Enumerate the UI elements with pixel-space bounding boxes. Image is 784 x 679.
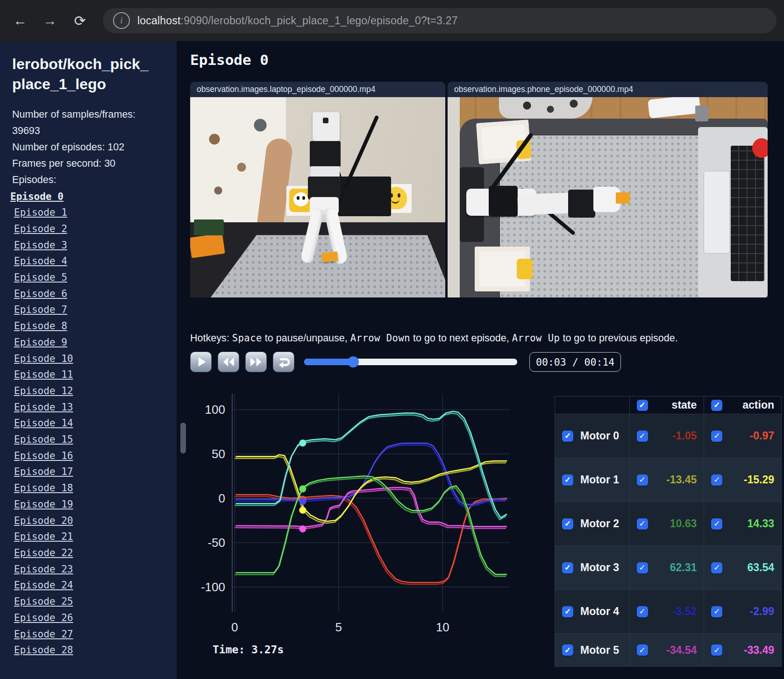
episode-link[interactable]: Episode 18 (14, 482, 73, 494)
svg-text:0: 0 (219, 491, 225, 505)
episode-link[interactable]: Episode 22 (14, 547, 73, 559)
episode-link[interactable]: Episode 24 (14, 580, 73, 591)
motor-action-checkbox[interactable]: ✓ (711, 562, 722, 573)
episode-link[interactable]: Episode 28 (14, 644, 73, 656)
episode-list-item: Episode 9 (14, 335, 177, 351)
motor-action-checkbox[interactable]: ✓ (711, 644, 722, 656)
episode-link[interactable]: Episode 17 (14, 466, 73, 477)
motor-state-checkbox[interactable]: ✓ (637, 474, 648, 486)
episode-list-item: Episode 5 (14, 270, 177, 286)
motor-checkbox[interactable]: ✓ (562, 562, 573, 573)
episode-link[interactable]: Episode 20 (14, 515, 73, 526)
rewind-button[interactable] (218, 352, 239, 372)
back-icon[interactable]: ← (10, 13, 30, 28)
motor-checkbox[interactable]: ✓ (562, 474, 573, 486)
motor-state-checkbox[interactable]: ✓ (637, 518, 648, 530)
hotkey-text: Hotkeys: (190, 332, 232, 344)
url-host: localhost (137, 14, 181, 27)
seek-slider[interactable] (304, 359, 517, 365)
fast-forward-button[interactable] (245, 352, 267, 372)
episode-list-item: Episode 14 (14, 416, 177, 432)
motor-checkbox[interactable]: ✓ (562, 518, 573, 530)
dataset-title: lerobot/koch_pick_place_1_lego (0, 41, 164, 94)
rewind-icon (221, 355, 236, 368)
episode-list-item: Episode 13 (14, 400, 177, 416)
sidebar: lerobot/koch_pick_place_1_lego Number of… (0, 41, 177, 679)
cursor-dot-motor-2 (299, 485, 306, 492)
episode-link[interactable]: Episode 6 (14, 288, 67, 299)
app-window: ← → ⟳ i localhost:9090/lerobot/koch_pick… (0, 0, 784, 679)
episode-list-item: Episode 2 (14, 221, 177, 238)
motor-row: ✓Motor 0✓-1.05✓-0.97 (555, 414, 782, 458)
episode-list-item: Episode 7 (14, 302, 177, 318)
motor-action-checkbox[interactable]: ✓ (711, 474, 722, 486)
episode-list-item: Episode 3 (14, 238, 177, 254)
charger-cable (648, 97, 701, 119)
motor-label: Motor 3 (580, 561, 619, 574)
forward-icon[interactable]: → (40, 13, 60, 28)
motor-chart[interactable]: 100500-50-1000510 (177, 371, 518, 636)
episode-link[interactable]: Episode 4 (14, 255, 67, 267)
episode-link[interactable]: Episode 26 (14, 612, 73, 623)
episode-link[interactable]: Episode 23 (14, 564, 73, 575)
motor-action-checkbox[interactable]: ✓ (711, 431, 722, 442)
motor-row: ✓Motor 1✓-13.45✓-15.29 (555, 458, 782, 502)
episode-link[interactable]: Episode 13 (14, 402, 73, 413)
motor-row: ✓Motor 4✓-3.52✓-2.99 (555, 590, 782, 634)
play-button[interactable] (190, 352, 212, 372)
episode-link[interactable]: Episode 16 (14, 450, 73, 461)
motor-action-checkbox[interactable]: ✓ (711, 606, 722, 617)
url-text: localhost:9090/lerobot/koch_pick_place_1… (137, 14, 458, 27)
address-bar[interactable]: i localhost:9090/lerobot/koch_pick_place… (103, 8, 777, 33)
header-empty (555, 396, 630, 414)
episode-link[interactable]: Episode 1 (14, 207, 67, 218)
robot-head (313, 112, 340, 141)
episode-link[interactable]: Episode 19 (14, 499, 73, 510)
episode-link[interactable]: Episode 12 (14, 385, 73, 396)
episode-link[interactable]: Episode 10 (14, 353, 73, 364)
episode-link[interactable]: Episode 11 (14, 369, 73, 380)
episode-link[interactable]: Episode 8 (14, 320, 67, 332)
action-checkbox[interactable]: ✓ (711, 400, 722, 411)
arm-joint-1 (489, 186, 518, 217)
episode-link[interactable]: Episode 7 (14, 304, 67, 315)
red-object (752, 138, 768, 158)
cursor-dot-motor-3 (299, 439, 306, 446)
episode-link[interactable]: Episode 21 (14, 531, 73, 542)
motor-action-checkbox[interactable]: ✓ (711, 518, 722, 530)
motor-state-checkbox[interactable]: ✓ (637, 606, 648, 617)
episode-link[interactable]: Episode 5 (14, 272, 67, 283)
hotkey-key: Arrow Up (512, 332, 560, 344)
motor-state-value: 62.31 (670, 561, 697, 574)
fast-forward-icon (249, 355, 264, 368)
episode-link[interactable]: Episode 27 (14, 629, 73, 640)
episode-link[interactable]: Episode 14 (14, 417, 73, 429)
episode-link[interactable]: Episode 3 (14, 240, 67, 251)
motor-state-checkbox[interactable]: ✓ (637, 562, 648, 573)
video-phone[interactable]: observation.images.phone_episode_000000.… (448, 82, 768, 297)
motor-checkbox[interactable]: ✓ (562, 644, 573, 656)
episode-link[interactable]: Episode 15 (14, 434, 73, 445)
episode-link[interactable]: Episode 25 (14, 596, 73, 607)
episode-list-item: Episode 28 (14, 643, 177, 659)
wall-strip (448, 97, 460, 297)
episode-link[interactable]: Episode 0 (10, 191, 64, 202)
page-info-icon[interactable]: i (113, 12, 130, 29)
loop-button[interactable] (273, 352, 294, 372)
state-checkbox[interactable]: ✓ (637, 400, 648, 411)
seek-slider-thumb[interactable] (348, 356, 359, 368)
episode-list: Episode 0Episode 1Episode 2Episode 3Epis… (0, 189, 177, 659)
motor-state-checkbox[interactable]: ✓ (637, 431, 648, 442)
motor-checkbox[interactable]: ✓ (562, 431, 573, 442)
video-laptop[interactable]: observation.images.laptop_episode_000000… (190, 82, 445, 297)
reload-icon[interactable]: ⟳ (70, 13, 90, 29)
table-header-row: ✓state ✓action (555, 396, 782, 414)
motor-checkbox[interactable]: ✓ (562, 606, 573, 617)
episode-link[interactable]: Episode 9 (14, 337, 67, 348)
motor-state-checkbox[interactable]: ✓ (637, 644, 648, 656)
series-action-motor-4 (235, 443, 507, 504)
motor-table: ✓state ✓action ✓Motor 0✓-1.05✓-0.97✓Moto… (555, 396, 782, 667)
fps-count: Frames per second: 30 (12, 156, 152, 172)
episode-link[interactable]: Episode 2 (14, 223, 67, 234)
hotkeys-help: Hotkeys: Space to pause/unpause, Arrow D… (190, 332, 678, 344)
